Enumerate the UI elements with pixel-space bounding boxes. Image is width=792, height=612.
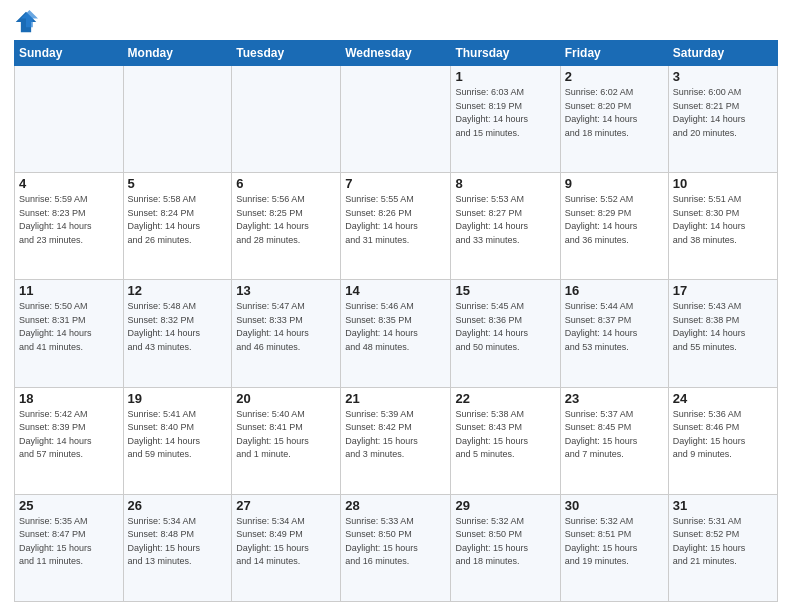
calendar-cell: 25Sunrise: 5:35 AM Sunset: 8:47 PM Dayli…	[15, 494, 124, 601]
day-number: 22	[455, 391, 555, 406]
calendar-cell: 23Sunrise: 5:37 AM Sunset: 8:45 PM Dayli…	[560, 387, 668, 494]
day-info: Sunrise: 5:36 AM Sunset: 8:46 PM Dayligh…	[673, 408, 773, 462]
day-info: Sunrise: 5:31 AM Sunset: 8:52 PM Dayligh…	[673, 515, 773, 569]
day-number: 6	[236, 176, 336, 191]
day-info: Sunrise: 5:34 AM Sunset: 8:48 PM Dayligh…	[128, 515, 228, 569]
calendar-cell: 4Sunrise: 5:59 AM Sunset: 8:23 PM Daylig…	[15, 173, 124, 280]
calendar-cell	[15, 66, 124, 173]
calendar-cell: 17Sunrise: 5:43 AM Sunset: 8:38 PM Dayli…	[668, 280, 777, 387]
day-number: 2	[565, 69, 664, 84]
day-number: 18	[19, 391, 119, 406]
day-info: Sunrise: 5:43 AM Sunset: 8:38 PM Dayligh…	[673, 300, 773, 354]
day-info: Sunrise: 5:32 AM Sunset: 8:50 PM Dayligh…	[455, 515, 555, 569]
calendar-cell: 18Sunrise: 5:42 AM Sunset: 8:39 PM Dayli…	[15, 387, 124, 494]
day-info: Sunrise: 6:00 AM Sunset: 8:21 PM Dayligh…	[673, 86, 773, 140]
calendar-cell: 12Sunrise: 5:48 AM Sunset: 8:32 PM Dayli…	[123, 280, 232, 387]
day-info: Sunrise: 5:46 AM Sunset: 8:35 PM Dayligh…	[345, 300, 446, 354]
day-info: Sunrise: 5:40 AM Sunset: 8:41 PM Dayligh…	[236, 408, 336, 462]
day-info: Sunrise: 5:38 AM Sunset: 8:43 PM Dayligh…	[455, 408, 555, 462]
header	[14, 10, 778, 34]
day-number: 12	[128, 283, 228, 298]
day-info: Sunrise: 5:44 AM Sunset: 8:37 PM Dayligh…	[565, 300, 664, 354]
day-number: 21	[345, 391, 446, 406]
week-row-5: 25Sunrise: 5:35 AM Sunset: 8:47 PM Dayli…	[15, 494, 778, 601]
day-info: Sunrise: 5:52 AM Sunset: 8:29 PM Dayligh…	[565, 193, 664, 247]
page: SundayMondayTuesdayWednesdayThursdayFrid…	[0, 0, 792, 612]
day-number: 13	[236, 283, 336, 298]
calendar-cell: 15Sunrise: 5:45 AM Sunset: 8:36 PM Dayli…	[451, 280, 560, 387]
day-info: Sunrise: 5:42 AM Sunset: 8:39 PM Dayligh…	[19, 408, 119, 462]
day-number: 5	[128, 176, 228, 191]
calendar-cell: 29Sunrise: 5:32 AM Sunset: 8:50 PM Dayli…	[451, 494, 560, 601]
day-number: 27	[236, 498, 336, 513]
calendar-cell: 21Sunrise: 5:39 AM Sunset: 8:42 PM Dayli…	[341, 387, 451, 494]
day-info: Sunrise: 5:50 AM Sunset: 8:31 PM Dayligh…	[19, 300, 119, 354]
day-info: Sunrise: 5:34 AM Sunset: 8:49 PM Dayligh…	[236, 515, 336, 569]
calendar-cell: 16Sunrise: 5:44 AM Sunset: 8:37 PM Dayli…	[560, 280, 668, 387]
day-header-tuesday: Tuesday	[232, 41, 341, 66]
calendar-cell: 7Sunrise: 5:55 AM Sunset: 8:26 PM Daylig…	[341, 173, 451, 280]
day-number: 14	[345, 283, 446, 298]
day-number: 10	[673, 176, 773, 191]
day-header-sunday: Sunday	[15, 41, 124, 66]
day-info: Sunrise: 5:59 AM Sunset: 8:23 PM Dayligh…	[19, 193, 119, 247]
calendar-cell: 2Sunrise: 6:02 AM Sunset: 8:20 PM Daylig…	[560, 66, 668, 173]
day-number: 1	[455, 69, 555, 84]
day-number: 19	[128, 391, 228, 406]
day-number: 23	[565, 391, 664, 406]
week-row-3: 11Sunrise: 5:50 AM Sunset: 8:31 PM Dayli…	[15, 280, 778, 387]
day-header-friday: Friday	[560, 41, 668, 66]
day-number: 3	[673, 69, 773, 84]
day-number: 29	[455, 498, 555, 513]
day-info: Sunrise: 5:32 AM Sunset: 8:51 PM Dayligh…	[565, 515, 664, 569]
day-info: Sunrise: 5:35 AM Sunset: 8:47 PM Dayligh…	[19, 515, 119, 569]
day-number: 26	[128, 498, 228, 513]
day-info: Sunrise: 5:58 AM Sunset: 8:24 PM Dayligh…	[128, 193, 228, 247]
calendar-cell: 19Sunrise: 5:41 AM Sunset: 8:40 PM Dayli…	[123, 387, 232, 494]
day-number: 17	[673, 283, 773, 298]
logo	[14, 10, 42, 34]
logo-icon	[14, 10, 38, 34]
day-number: 15	[455, 283, 555, 298]
day-info: Sunrise: 5:48 AM Sunset: 8:32 PM Dayligh…	[128, 300, 228, 354]
day-info: Sunrise: 5:53 AM Sunset: 8:27 PM Dayligh…	[455, 193, 555, 247]
calendar-cell	[341, 66, 451, 173]
calendar-table: SundayMondayTuesdayWednesdayThursdayFrid…	[14, 40, 778, 602]
calendar-cell: 13Sunrise: 5:47 AM Sunset: 8:33 PM Dayli…	[232, 280, 341, 387]
day-info: Sunrise: 5:47 AM Sunset: 8:33 PM Dayligh…	[236, 300, 336, 354]
day-info: Sunrise: 5:45 AM Sunset: 8:36 PM Dayligh…	[455, 300, 555, 354]
day-info: Sunrise: 6:03 AM Sunset: 8:19 PM Dayligh…	[455, 86, 555, 140]
calendar-cell: 27Sunrise: 5:34 AM Sunset: 8:49 PM Dayli…	[232, 494, 341, 601]
day-number: 30	[565, 498, 664, 513]
day-number: 31	[673, 498, 773, 513]
day-info: Sunrise: 6:02 AM Sunset: 8:20 PM Dayligh…	[565, 86, 664, 140]
week-row-4: 18Sunrise: 5:42 AM Sunset: 8:39 PM Dayli…	[15, 387, 778, 494]
header-row: SundayMondayTuesdayWednesdayThursdayFrid…	[15, 41, 778, 66]
day-info: Sunrise: 5:41 AM Sunset: 8:40 PM Dayligh…	[128, 408, 228, 462]
calendar-cell: 30Sunrise: 5:32 AM Sunset: 8:51 PM Dayli…	[560, 494, 668, 601]
calendar-cell: 3Sunrise: 6:00 AM Sunset: 8:21 PM Daylig…	[668, 66, 777, 173]
day-number: 4	[19, 176, 119, 191]
day-info: Sunrise: 5:51 AM Sunset: 8:30 PM Dayligh…	[673, 193, 773, 247]
week-row-2: 4Sunrise: 5:59 AM Sunset: 8:23 PM Daylig…	[15, 173, 778, 280]
day-header-thursday: Thursday	[451, 41, 560, 66]
day-header-monday: Monday	[123, 41, 232, 66]
calendar-cell	[123, 66, 232, 173]
calendar-cell: 5Sunrise: 5:58 AM Sunset: 8:24 PM Daylig…	[123, 173, 232, 280]
calendar-cell: 10Sunrise: 5:51 AM Sunset: 8:30 PM Dayli…	[668, 173, 777, 280]
calendar-cell: 14Sunrise: 5:46 AM Sunset: 8:35 PM Dayli…	[341, 280, 451, 387]
day-number: 8	[455, 176, 555, 191]
calendar-cell: 28Sunrise: 5:33 AM Sunset: 8:50 PM Dayli…	[341, 494, 451, 601]
calendar-cell: 6Sunrise: 5:56 AM Sunset: 8:25 PM Daylig…	[232, 173, 341, 280]
day-number: 20	[236, 391, 336, 406]
calendar-cell: 22Sunrise: 5:38 AM Sunset: 8:43 PM Dayli…	[451, 387, 560, 494]
day-info: Sunrise: 5:33 AM Sunset: 8:50 PM Dayligh…	[345, 515, 446, 569]
day-number: 24	[673, 391, 773, 406]
day-info: Sunrise: 5:37 AM Sunset: 8:45 PM Dayligh…	[565, 408, 664, 462]
calendar-cell: 31Sunrise: 5:31 AM Sunset: 8:52 PM Dayli…	[668, 494, 777, 601]
calendar-cell: 24Sunrise: 5:36 AM Sunset: 8:46 PM Dayli…	[668, 387, 777, 494]
day-number: 25	[19, 498, 119, 513]
week-row-1: 1Sunrise: 6:03 AM Sunset: 8:19 PM Daylig…	[15, 66, 778, 173]
calendar-cell: 26Sunrise: 5:34 AM Sunset: 8:48 PM Dayli…	[123, 494, 232, 601]
calendar-cell	[232, 66, 341, 173]
